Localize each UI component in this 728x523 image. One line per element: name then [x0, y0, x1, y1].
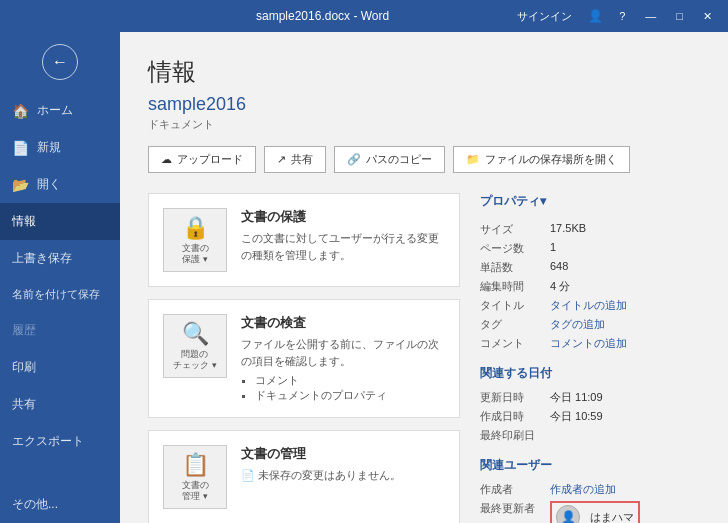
sidebar-item-export[interactable]: エクスポート	[0, 423, 120, 460]
sidebar-item-info[interactable]: 情報	[0, 203, 120, 240]
protect-title: 文書の保護	[241, 208, 445, 226]
properties-list: サイズ17.5KBページ数1単語数648編集時間4 分タイトルタイトルの追加タグ…	[480, 222, 700, 351]
sidebar-item-label: 名前を付けて保存	[12, 287, 100, 302]
copy-path-button[interactable]: 🔗 パスのコピー	[334, 146, 445, 173]
sidebar-item-label: 新規	[37, 139, 61, 156]
inspect-icon-box[interactable]: 🔍 問題のチェック ▾	[163, 314, 227, 378]
cards-column: 🔒 文書の保護 ▾ 文書の保護 この文書に対してユーザーが行える変更の種類を管理…	[148, 193, 460, 523]
user-row: 作成者作成者の追加	[480, 482, 700, 497]
inspect-icon: 🔍	[182, 321, 209, 347]
user-value[interactable]: 作成者の追加	[550, 482, 616, 497]
inspect-list-item: コメント	[255, 373, 445, 388]
property-label: サイズ	[480, 222, 550, 237]
property-label: タイトル	[480, 298, 550, 313]
sidebar-item-label: 開く	[37, 176, 61, 193]
property-row: 単語数648	[480, 260, 700, 275]
property-value: 648	[550, 260, 568, 275]
app-body: ← 🏠 ホーム 📄 新規 📂 開く 情報 上書き保存 名前を付けて保存 履歴 印…	[0, 32, 728, 523]
date-label: 更新日時	[480, 390, 550, 405]
property-label: 編集時間	[480, 279, 550, 294]
signin-link[interactable]: サインイン	[517, 9, 572, 24]
property-value[interactable]: コメントの追加	[550, 336, 627, 351]
property-value: 17.5KB	[550, 222, 586, 237]
manage-card: 📋 文書の管理 ▾ 文書の管理 📄 未保存の変更はありません。	[148, 430, 460, 523]
sidebar-item-label: 共有	[12, 396, 36, 413]
date-value: 今日 10:59	[550, 409, 603, 424]
last-editor-highlight: 👤はまハマ	[550, 501, 640, 523]
dates-list: 更新日時今日 11:09作成日時今日 10:59最終印刷日	[480, 390, 700, 443]
inspect-title: 文書の検査	[241, 314, 445, 332]
property-row: タイトルタイトルの追加	[480, 298, 700, 313]
upload-icon: ☁	[161, 153, 172, 166]
sidebar-item-label: 履歴	[12, 322, 36, 339]
doc-name: sample2016	[148, 94, 700, 115]
property-value: 1	[550, 241, 556, 256]
window-title: sample2016.docx - Word	[128, 9, 517, 23]
property-row: ページ数1	[480, 241, 700, 256]
date-label: 作成日時	[480, 409, 550, 424]
manage-content: 文書の管理 📄 未保存の変更はありません。	[241, 445, 445, 484]
property-label: コメント	[480, 336, 550, 351]
properties-title: プロパティ▾	[480, 193, 700, 214]
share-icon: ↗	[277, 153, 286, 166]
properties-column: プロパティ▾ サイズ17.5KBページ数1単語数648編集時間4 分タイトルタイ…	[480, 193, 700, 523]
property-label: 単語数	[480, 260, 550, 275]
inspect-card: 🔍 問題のチェック ▾ 文書の検査 ファイルを公開する前に、ファイルの次の項目を…	[148, 299, 460, 418]
sidebar-item-label: その他...	[12, 496, 58, 513]
user-avatar: 👤	[556, 505, 580, 523]
sidebar-item-label: 印刷	[12, 359, 36, 376]
sidebar-item-open[interactable]: 📂 開く	[0, 166, 120, 203]
sidebar-item-history[interactable]: 履歴	[0, 312, 120, 349]
property-row: 編集時間4 分	[480, 279, 700, 294]
date-label: 最終印刷日	[480, 428, 550, 443]
lock-icon: 🔒	[182, 215, 209, 241]
manage-title: 文書の管理	[241, 445, 445, 463]
open-location-button[interactable]: 📁 ファイルの保存場所を開く	[453, 146, 630, 173]
users-list: 作成者作成者の追加最終更新者👤はまハマ	[480, 482, 700, 523]
share-button[interactable]: ↗ 共有	[264, 146, 326, 173]
sidebar-item-print[interactable]: 印刷	[0, 349, 120, 386]
date-value: 今日 11:09	[550, 390, 603, 405]
sidebar: ← 🏠 ホーム 📄 新規 📂 開く 情報 上書き保存 名前を付けて保存 履歴 印…	[0, 32, 120, 523]
new-icon: 📄	[12, 140, 29, 156]
inspect-list: コメント ドキュメントのプロパティ	[241, 373, 445, 403]
person-icon: 👤	[584, 9, 607, 23]
property-label: タグ	[480, 317, 550, 332]
date-row: 更新日時今日 11:09	[480, 390, 700, 405]
property-value[interactable]: タグの追加	[550, 317, 605, 332]
user-row: 最終更新者👤はまハマ	[480, 501, 700, 523]
property-value: 4 分	[550, 279, 570, 294]
maximize-button[interactable]: □	[668, 8, 691, 24]
protect-card: 🔒 文書の保護 ▾ 文書の保護 この文書に対してユーザーが行える変更の種類を管理…	[148, 193, 460, 287]
protect-content: 文書の保護 この文書に対してユーザーが行える変更の種類を管理します。	[241, 208, 445, 263]
sidebar-item-more[interactable]: その他...	[0, 486, 120, 523]
property-row: サイズ17.5KB	[480, 222, 700, 237]
open-icon: 📂	[12, 177, 29, 193]
manage-icon: 📋	[182, 452, 209, 478]
sidebar-item-share[interactable]: 共有	[0, 386, 120, 423]
sidebar-item-home[interactable]: 🏠 ホーム	[0, 92, 120, 129]
back-button[interactable]: ←	[42, 44, 78, 80]
content-area: 情報 sample2016 ドキュメント ☁ アップロード ↗ 共有 🔗 パスの…	[120, 32, 728, 523]
manage-icon-box[interactable]: 📋 文書の管理 ▾	[163, 445, 227, 509]
date-row: 作成日時今日 10:59	[480, 409, 700, 424]
sidebar-item-save[interactable]: 上書き保存	[0, 240, 120, 277]
upload-button[interactable]: ☁ アップロード	[148, 146, 256, 173]
protect-icon-box[interactable]: 🔒 文書の保護 ▾	[163, 208, 227, 272]
sidebar-item-saveas[interactable]: 名前を付けて保存	[0, 277, 120, 312]
link-icon: 🔗	[347, 153, 361, 166]
sidebar-item-label: ホーム	[37, 102, 73, 119]
folder-icon: 📁	[466, 153, 480, 166]
help-button[interactable]: ?	[611, 8, 633, 24]
sidebar-item-label: エクスポート	[12, 433, 84, 450]
property-value[interactable]: タイトルの追加	[550, 298, 627, 313]
date-row: 最終印刷日	[480, 428, 700, 443]
page-title: 情報	[148, 56, 700, 88]
main-grid: 🔒 文書の保護 ▾ 文書の保護 この文書に対してユーザーが行える変更の種類を管理…	[148, 193, 700, 523]
home-icon: 🏠	[12, 103, 29, 119]
sidebar-item-new[interactable]: 📄 新規	[0, 129, 120, 166]
close-button[interactable]: ✕	[695, 8, 720, 25]
protect-desc: この文書に対してユーザーが行える変更の種類を管理します。	[241, 230, 445, 263]
inspect-content: 文書の検査 ファイルを公開する前に、ファイルの次の項目を確認します。 コメント …	[241, 314, 445, 403]
minimize-button[interactable]: —	[637, 8, 664, 24]
